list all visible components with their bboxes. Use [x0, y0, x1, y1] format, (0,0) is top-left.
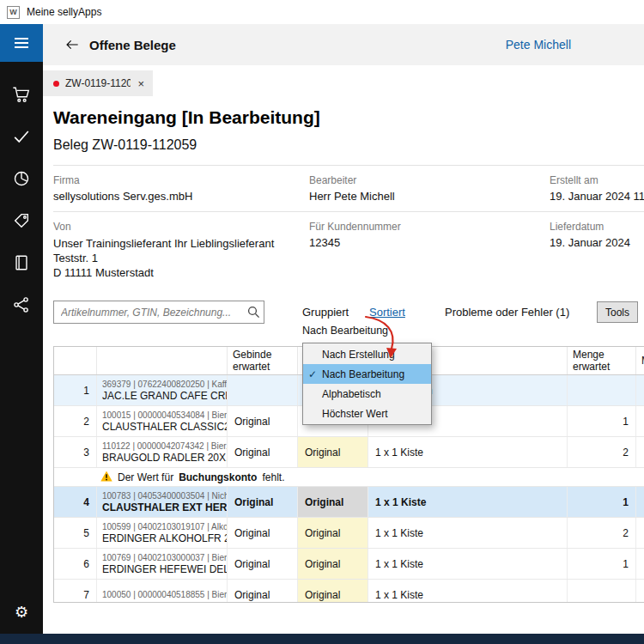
price-tag-icon[interactable] [11, 210, 32, 231]
header-menge: Menge erwartet [568, 347, 636, 374]
menge-erwartet-cell[interactable]: 1 [568, 406, 636, 436]
menu-icon[interactable] [0, 24, 43, 62]
check-icon: ✓ [303, 368, 322, 380]
header-clipped: M [636, 347, 644, 374]
menge-erwartet-cell[interactable]: 1 [568, 487, 636, 517]
document-number: Beleg ZW-0119-112059 [53, 137, 197, 153]
sort-option-label: Nach Erstellung [322, 349, 395, 361]
sort-option[interactable]: Nach Erstellung [303, 344, 431, 364]
original-cell[interactable]: Original [298, 437, 368, 467]
original-cell[interactable]: Original [298, 549, 368, 579]
gebinde-cell: Original [228, 518, 298, 548]
menge-erwartet-cell[interactable]: 2 [568, 437, 636, 467]
sidebar: ⚙ [0, 24, 43, 634]
article-meta: 100769 | 04002103000037 | Bier... [102, 552, 228, 563]
article-meta: 100783 | 04053400003504 | Nich... [102, 490, 228, 501]
search-box [53, 301, 264, 324]
original-cell[interactable]: Original [298, 518, 368, 548]
article-name: ERDINGER ALKOHOLFR 2... [102, 532, 228, 544]
menge-erwartet-cell[interactable] [568, 580, 636, 603]
sortiert-button[interactable]: Sortiert [369, 301, 405, 324]
clipped-cell [636, 549, 644, 579]
row-number: 1 [54, 375, 97, 405]
article-name: BRAUGOLD RADLER 20X... [102, 452, 228, 464]
sort-option[interactable]: ✓Nach Bearbeitung [303, 364, 431, 384]
share-icon[interactable] [11, 295, 32, 315]
table-row[interactable]: 6100769 | 04002103000037 | Bier...ERDING… [54, 549, 644, 580]
row-number: 5 [54, 518, 97, 548]
kiste-cell[interactable]: 1 x 1 Kiste [368, 518, 568, 548]
gebinde-cell [228, 375, 298, 405]
clipped-cell [636, 518, 644, 548]
page-title: Wareneingang [In Bearbeitung] [53, 107, 320, 128]
gebinde-cell: Original [228, 580, 298, 603]
menge-erwartet-cell[interactable] [568, 375, 636, 405]
article-cell: 100050 | 00000040518855 | Bier... [97, 580, 228, 603]
warning-text-pre: Der Wert für [118, 471, 173, 483]
check-icon[interactable] [11, 126, 32, 147]
article-meta: 100015 | 00000040534084 | Bier... [102, 410, 228, 421]
article-meta: 110122 | 00000042074342 | Bier... [102, 440, 228, 452]
original-cell[interactable]: Original [298, 487, 368, 517]
search-input[interactable] [54, 307, 243, 319]
kundennummer-label: Für Kundennummer [309, 221, 401, 233]
header-article [97, 347, 228, 374]
gebinde-cell: Original [228, 487, 298, 517]
clipped-cell [636, 437, 644, 467]
warning-text-bold: Buchungskonto [179, 471, 257, 483]
settings-gear-icon[interactable]: ⚙ [0, 605, 43, 620]
app-window: W Meine sellyApps [0, 0, 644, 644]
kundennummer-value: 12345 [309, 236, 340, 249]
tools-button[interactable]: Tools [597, 301, 638, 323]
tab-close-icon[interactable]: × [136, 77, 146, 90]
page-header: Offene Belege Pete Michell [43, 24, 644, 65]
user-link[interactable]: Pete Michell [506, 38, 571, 52]
article-meta: 100599 | 04002103019107 | Alkoh... [102, 521, 228, 532]
sort-option[interactable]: Höchster Wert [303, 404, 431, 423]
probleme-button[interactable]: Probleme oder Fehler (1) [445, 301, 569, 324]
sort-dropdown: Nach Erstellung✓Nach BearbeitungAlphabet… [302, 343, 432, 425]
sort-option[interactable]: Alphabetisch [303, 384, 431, 404]
article-meta: 369379 | 07622400820250 | Kaff... [102, 379, 228, 390]
menge-erwartet-cell[interactable]: 1 [568, 549, 636, 579]
header-num [54, 347, 97, 374]
menge-erwartet-cell[interactable]: 2 [568, 518, 636, 548]
kiste-cell[interactable]: 1 x 1 Kiste [368, 487, 568, 517]
sort-option-label: Höchster Wert [322, 408, 387, 420]
row-number: 4 [54, 487, 97, 517]
table-row[interactable]: 3110122 | 00000042074342 | Bier...BRAUGO… [54, 437, 644, 468]
article-name: CLAUSTHALER EXT HER... [102, 501, 228, 513]
warning-triangle-icon [100, 471, 112, 484]
table-row[interactable]: 4100783 | 04053400003504 | Nich...CLAUST… [54, 487, 644, 518]
article-name: ERDINGER HEFEWEI DEL... [102, 563, 228, 575]
pie-chart-icon[interactable] [11, 168, 32, 189]
sort-option-label: Alphabetisch [322, 388, 381, 400]
kiste-cell[interactable]: 1 x 1 Kiste [368, 437, 568, 467]
von-label: Von [53, 221, 71, 233]
warning-message: Der Wert für Buchungskonto fehlt. [97, 468, 644, 486]
table-row[interactable]: 5100599 | 04002103019107 | Alkoh...ERDIN… [54, 518, 644, 549]
original-cell[interactable]: Original [298, 580, 368, 603]
gruppiert-button[interactable]: Gruppiert [302, 301, 349, 324]
article-cell: 100783 | 04053400003504 | Nich...CLAUSTH… [97, 487, 228, 517]
header-gebinde: Gebinde erwartet [228, 347, 298, 374]
table-row[interactable]: 7100050 | 00000040518855 | Bier...Origin… [54, 580, 644, 603]
search-icon[interactable] [243, 306, 264, 319]
document-tab[interactable]: ZW-0119-112059 W... × [43, 70, 153, 96]
kiste-cell[interactable]: 1 x 1 Kiste [368, 580, 568, 603]
lieferdatum-value: 19. Januar 2024 [550, 236, 630, 249]
clipped-cell [636, 406, 644, 436]
kiste-cell[interactable]: 1 x 1 Kiste [368, 549, 568, 579]
title-bar: W Meine sellyApps [0, 0, 644, 24]
lieferdatum-label: Lieferdatum [550, 221, 604, 233]
article-cell: 100015 | 00000040534084 | Bier...CLAUSTH… [97, 406, 228, 436]
sort-option-label: Nach Bearbeitung [322, 368, 404, 380]
row-number: 6 [54, 549, 97, 579]
gebinde-cell: Original [228, 406, 298, 436]
cart-icon[interactable] [11, 84, 32, 105]
clipped-cell [636, 487, 644, 517]
article-name: JAC.LE GRAND CAFE CRE... [102, 390, 228, 402]
row-number: 3 [54, 437, 97, 467]
journal-icon[interactable] [11, 252, 32, 273]
back-button[interactable] [60, 33, 84, 57]
